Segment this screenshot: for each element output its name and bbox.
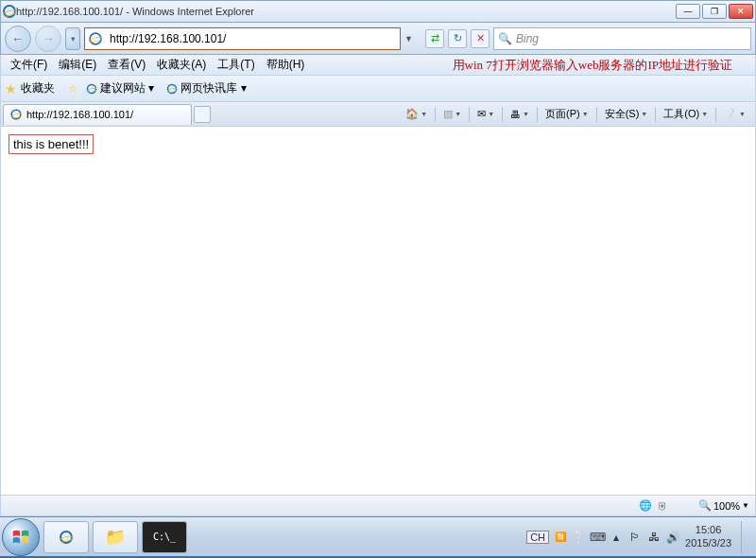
annotation-text: 用win 7打开浏览器输入web服务器的IP地址进行验证 <box>453 57 751 74</box>
web-express-link[interactable]: 网页快讯库 ▾ <box>162 78 249 98</box>
search-icon: 🔍 <box>498 32 512 45</box>
svg-point-0 <box>11 527 30 546</box>
safety-menu[interactable]: 安全(S)▼ <box>601 105 652 124</box>
stop-button[interactable]: ✕ <box>471 29 490 48</box>
suggested-sites-label: 建议网站 ▾ <box>100 80 154 96</box>
tools-menu[interactable]: 工具(O)▼ <box>660 105 712 124</box>
window-title: http://192.168.100.101/ - Windows Intern… <box>16 6 676 17</box>
ime-indicator[interactable]: CH <box>526 531 549 544</box>
ie-icon <box>167 83 178 94</box>
window-titlebar: http://192.168.100.101/ - Windows Intern… <box>0 0 756 23</box>
recent-dropdown[interactable]: ▾ <box>65 27 80 50</box>
back-button[interactable]: ← <box>5 26 31 52</box>
site-icon <box>89 32 102 45</box>
separator <box>435 107 436 122</box>
clock-time: 15:06 <box>685 524 731 536</box>
minimize-button[interactable]: — <box>676 4 700 19</box>
taskbar-explorer[interactable]: 📁 <box>93 521 138 553</box>
help-icon: ❔ <box>724 108 737 120</box>
volume-icon[interactable]: 🔊 <box>666 531 679 544</box>
maximize-button[interactable]: ❐ <box>702 4 727 19</box>
chevron-down-icon: ▼ <box>742 501 749 510</box>
tools-menu-label: 工具(O) <box>663 107 699 121</box>
separator <box>596 107 597 122</box>
separator <box>502 107 503 122</box>
ie-icon <box>87 83 97 94</box>
ime-mode-icon[interactable]: 🈶 <box>555 532 566 542</box>
start-button[interactable] <box>2 518 40 556</box>
suggested-sites-link[interactable]: 建议网站 ▾ <box>81 78 158 98</box>
print-button[interactable]: 🖶▼ <box>507 105 533 124</box>
status-bar: 🌐 ⛨ 🔍 100% ▼ <box>0 496 756 516</box>
network-icon[interactable]: 🖧 <box>647 531 661 544</box>
separator <box>537 107 538 122</box>
mail-icon: ✉ <box>477 108 486 120</box>
windows-logo-icon <box>10 527 31 548</box>
tab-icon <box>10 109 21 119</box>
zoom-value: 100% <box>713 500 740 512</box>
tab-active[interactable]: http://192.168.100.101/ <box>3 104 192 125</box>
new-tab-button[interactable] <box>194 106 211 123</box>
page-menu[interactable]: 页面(P)▼ <box>541 105 593 124</box>
url-input[interactable] <box>106 32 400 45</box>
address-bar[interactable] <box>84 27 401 50</box>
menu-view[interactable]: 查看(V) <box>102 55 151 75</box>
address-dropdown-icon[interactable]: ▼ <box>404 34 410 44</box>
taskbar-cmd[interactable]: C:\_ <box>142 521 187 553</box>
ie-icon <box>60 531 73 544</box>
print-icon: 🖶 <box>510 109 521 120</box>
separator <box>469 107 470 122</box>
tray-expand-icon[interactable]: ▴ <box>610 531 623 544</box>
safety-menu-label: 安全(S) <box>605 107 640 121</box>
refresh-button[interactable]: ↻ <box>448 29 467 48</box>
navigation-bar: ← → ▾ ▼ ⇄ ↻ ✕ 🔍 Bing <box>0 23 756 55</box>
favorites-label[interactable]: 收藏夹 <box>21 80 55 96</box>
clock-date: 2015/3/23 <box>685 537 731 549</box>
taskbar-ie[interactable] <box>43 521 89 553</box>
home-icon: 🏠 <box>405 108 419 120</box>
tab-bar: http://192.168.100.101/ 🏠▼ ▧▼ ✉▼ 🖶▼ 页面(P… <box>0 102 756 127</box>
favstar-icon[interactable]: ☆ <box>68 82 77 95</box>
help-tray-icon[interactable]: ❔ <box>572 531 585 544</box>
ie-icon <box>3 5 16 18</box>
menu-file[interactable]: 文件(F) <box>5 55 53 75</box>
page-body-text: this is benet!!! <box>9 134 94 154</box>
star-icon[interactable]: ★ <box>5 81 17 96</box>
mail-button[interactable]: ✉▼ <box>473 105 498 124</box>
help-button[interactable]: ❔▼ <box>720 105 749 124</box>
search-box[interactable]: 🔍 Bing <box>493 27 751 50</box>
web-express-label: 网页快讯库 ▾ <box>180 80 246 96</box>
compat-view-button[interactable]: ⇄ <box>425 29 444 48</box>
keyboard-icon[interactable]: ⌨ <box>591 531 604 544</box>
search-placeholder: Bing <box>516 32 539 45</box>
zoom-control[interactable]: 🔍 100% ▼ <box>698 499 749 512</box>
feeds-button[interactable]: ▧▼ <box>439 105 465 124</box>
folder-icon: 📁 <box>105 527 126 548</box>
command-bar: 🏠▼ ▧▼ ✉▼ 🖶▼ 页面(P)▼ 安全(S)▼ 工具(O)▼ ❔▼ <box>402 105 755 124</box>
page-menu-label: 页面(P) <box>545 107 580 121</box>
taskbar: 📁 C:\_ CH 🈶 ❔ ⌨ ▴ 🏳 🖧 🔊 15:06 2015/3/23 <box>0 516 756 556</box>
show-desktop-button[interactable] <box>741 521 748 553</box>
protected-mode-icon[interactable]: ⛨ <box>658 500 668 512</box>
close-button[interactable]: ✕ <box>729 4 753 19</box>
clock[interactable]: 15:06 2015/3/23 <box>685 524 731 549</box>
menu-bar: 文件(F) 编辑(E) 查看(V) 收藏夹(A) 工具(T) 帮助(H) 用wi… <box>0 55 756 76</box>
home-button[interactable]: 🏠▼ <box>402 105 431 124</box>
internet-zone-icon[interactable]: 🌐 <box>639 499 652 512</box>
rss-icon: ▧ <box>443 108 453 120</box>
favorites-bar: ★ 收藏夹 ☆ 建议网站 ▾ 网页快讯库 ▾ <box>0 76 756 102</box>
menu-help[interactable]: 帮助(H) <box>261 55 311 75</box>
forward-button[interactable]: → <box>35 26 61 52</box>
menu-tools[interactable]: 工具(T) <box>212 55 260 75</box>
system-tray: CH 🈶 ❔ ⌨ ▴ 🏳 🖧 🔊 15:06 2015/3/23 <box>526 521 754 553</box>
menu-favorites[interactable]: 收藏夹(A) <box>151 55 212 75</box>
action-center-icon[interactable]: 🏳 <box>628 531 642 544</box>
menu-edit[interactable]: 编辑(E) <box>53 55 102 75</box>
page-content: this is benet!!! <box>0 127 756 496</box>
separator <box>715 107 716 122</box>
tab-title: http://192.168.100.101/ <box>26 109 133 120</box>
window-buttons: — ❐ ✕ <box>676 4 753 19</box>
zoom-icon: 🔍 <box>698 499 712 512</box>
separator <box>655 107 656 122</box>
